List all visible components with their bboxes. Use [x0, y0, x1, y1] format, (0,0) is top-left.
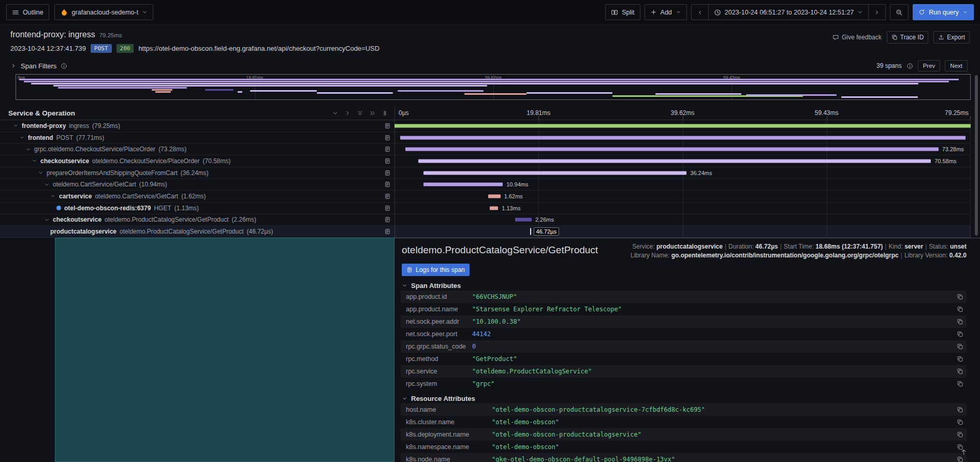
zoom-out-button[interactable] — [890, 4, 909, 20]
info-icon — [61, 63, 67, 69]
copy-value-button[interactable] — [957, 419, 963, 426]
prev-span-button[interactable]: Prev — [918, 60, 941, 71]
span-row[interactable]: grpc.oteldemo.CheckoutService/PlaceOrder… — [0, 143, 971, 155]
span-attributes-header[interactable]: Span Attributes — [402, 282, 461, 290]
span-duration-label: (70.58ms) — [203, 157, 231, 165]
span-row[interactable]: productcatalogserviceoteldemo.ProductCat… — [0, 226, 971, 238]
span-logs-icon[interactable] — [384, 157, 391, 164]
span-bar[interactable] — [405, 148, 939, 151]
span-duration-label: (1.62ms) — [181, 193, 206, 200]
span-detail-panel: oteldemo.ProductCatalogService/GetProduc… — [394, 238, 980, 462]
span-logs-icon[interactable] — [384, 205, 391, 211]
copy-value-button[interactable] — [957, 356, 963, 363]
span-row[interactable]: frontendPOST(77.71ms) — [0, 132, 971, 144]
dblDown-icon — [357, 110, 363, 117]
run-query-button[interactable]: Run query — [913, 4, 974, 20]
add-button[interactable]: Add — [645, 4, 687, 20]
span-logs-icon[interactable] — [384, 228, 391, 235]
span-bar[interactable] — [488, 194, 500, 198]
chevron-left-icon — [697, 9, 703, 16]
span-bar[interactable] — [515, 218, 532, 222]
span-filters-toggle[interactable]: Span Filters — [10, 62, 67, 70]
span-attributes-table: app.product.id"66VCHSJNUP"app.product.na… — [401, 291, 967, 390]
copy-value-button[interactable] — [957, 381, 963, 387]
span-count-label: 39 spans — [876, 62, 902, 69]
span-logs-icon[interactable] — [384, 193, 391, 199]
span-row[interactable]: otel-demo-obscon-redis:6379HGET(1.13ms)1… — [0, 203, 971, 214]
copy-icon — [957, 343, 963, 350]
span-logs-icon[interactable] — [384, 134, 391, 141]
span-logs-icon[interactable] — [384, 146, 391, 153]
copy-value-button[interactable] — [957, 331, 963, 338]
span-row[interactable]: checkoutserviceoteldemo.CheckoutService/… — [0, 155, 971, 167]
expand-chevron-icon[interactable] — [25, 147, 31, 152]
expand-chevron-icon[interactable] — [19, 135, 25, 140]
split-button[interactable]: Split — [605, 4, 640, 20]
next-span-button[interactable]: Next — [945, 60, 968, 71]
span-row[interactable]: cartserviceoteldemo.CartService/GetCart(… — [0, 191, 971, 203]
span-bar[interactable] — [418, 159, 931, 163]
collapse-all-icon[interactable] — [357, 110, 363, 117]
expand-one-icon[interactable] — [344, 110, 351, 117]
time-shift-forward-button[interactable] — [869, 4, 886, 20]
span-logs-icon[interactable] — [384, 122, 391, 129]
attribute-value: "gke-otel-demo-obscon-default-pool-94968… — [492, 456, 675, 462]
expand-chevron-icon[interactable] — [32, 158, 37, 164]
copy-value-button[interactable] — [957, 319, 963, 325]
span-duration-label: (73.28ms) — [158, 146, 186, 153]
navbar-right: Split Add 2023-10-24 06:51:27 to 2023-10… — [605, 4, 974, 20]
chevRight-icon — [10, 63, 17, 69]
copy-value-button[interactable] — [957, 306, 963, 313]
copy-value-button[interactable] — [957, 431, 963, 438]
span-row[interactable]: oteldemo.CartService/GetCart(10.94ms)10.… — [0, 179, 971, 191]
expand-chevron-icon[interactable] — [44, 182, 50, 187]
span-row[interactable]: prepareOrderItemsAndShippingQuoteFromCar… — [0, 167, 971, 179]
copy-value-button[interactable] — [957, 294, 963, 300]
give-feedback-button[interactable]: Give feedback — [832, 34, 882, 41]
span-bar[interactable] — [490, 206, 499, 210]
span-bar[interactable] — [423, 183, 503, 186]
export-button[interactable]: Export — [933, 31, 970, 44]
datasource-picker[interactable]: grafanacloud-sedemo-t — [54, 4, 154, 20]
expand-chevron-icon[interactable] — [50, 193, 56, 199]
scroll-top-button[interactable] — [960, 448, 968, 456]
span-bar[interactable] — [400, 136, 966, 139]
trace-id-button[interactable]: Trace ID — [887, 31, 929, 44]
doc-icon — [384, 157, 391, 164]
chevron-down-icon — [19, 135, 25, 140]
axis-tick-mark — [538, 116, 539, 120]
span-logs-icon[interactable] — [384, 216, 391, 223]
trace-minimap[interactable]: 0µs19.81ms39.62ms59.43ms — [16, 74, 971, 100]
copy-value-button[interactable] — [957, 343, 963, 350]
copy-icon — [891, 34, 898, 40]
span-row[interactable]: frontend-proxyingress(79.25ms) — [0, 120, 971, 132]
meta-label: Duration: — [728, 243, 755, 250]
time-shift-back-button[interactable] — [691, 4, 709, 20]
collapse-one-icon[interactable] — [332, 110, 339, 117]
copy-value-button[interactable] — [957, 456, 963, 462]
span-bar[interactable] — [423, 171, 687, 175]
outline-button[interactable]: Outline — [6, 4, 49, 20]
resource-attributes-header[interactable]: Resource Attributes — [402, 395, 475, 402]
expand-chevron-icon[interactable] — [38, 170, 43, 176]
copy-icon — [957, 368, 963, 375]
logs-for-span-button[interactable]: Logs for this span — [402, 264, 470, 276]
chevron-right-icon — [874, 9, 880, 16]
span-bar-duration: 1.13ms — [502, 205, 520, 211]
vertical-scrollbar[interactable] — [975, 75, 978, 236]
copy-value-button[interactable] — [957, 407, 963, 413]
column-resize-handle[interactable] — [382, 110, 388, 117]
expand-all-icon[interactable] — [369, 110, 376, 117]
span-bar[interactable] — [394, 124, 971, 127]
span-row[interactable]: checkoutserviceoteldemo.ProductCatalogSe… — [0, 214, 971, 226]
span-logs-icon[interactable] — [384, 181, 391, 188]
expand-chevron-icon[interactable] — [44, 217, 50, 223]
chevron-down-icon — [402, 396, 407, 401]
copy-value-button[interactable] — [957, 368, 963, 375]
span-logs-icon[interactable] — [384, 169, 391, 176]
span-service-name: frontend — [28, 134, 53, 141]
split-label: Split — [622, 9, 634, 16]
expand-chevron-icon[interactable] — [13, 123, 19, 128]
time-range-picker[interactable]: 2023-10-24 06:51:27 to 2023-10-24 12:51:… — [709, 4, 869, 20]
span-service-name: frontend-proxy — [22, 122, 66, 129]
